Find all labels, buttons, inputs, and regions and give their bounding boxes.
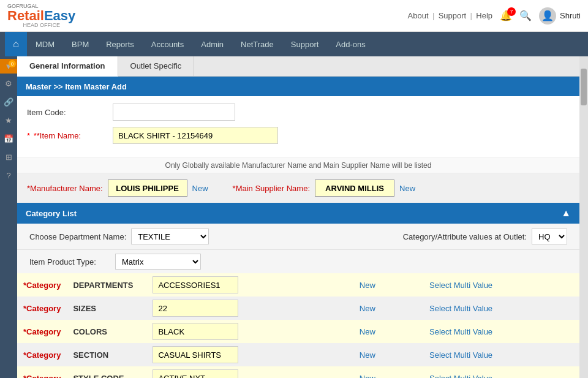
attr-select[interactable]: HQ ALL: [532, 229, 567, 244]
cat-select-multi-link[interactable]: Select Multi Value: [429, 281, 492, 290]
breadcrumb: Master >> Item Master Add: [26, 82, 127, 91]
link-icon: 🔗: [4, 97, 13, 107]
cat-required-label: *Category: [23, 304, 61, 313]
calendar-icon: 📅: [4, 134, 13, 143]
support-link[interactable]: Support: [439, 11, 467, 20]
item-code-row: Item Code:: [27, 104, 570, 121]
dept-select[interactable]: TEXTILE ELECTRONICS FOOD: [131, 229, 209, 244]
cat-required-label: *Category: [23, 350, 61, 360]
main-area: ▼ 0 ⚙ 🔗 ★ 📅 ⊞ ? General Information Outl…: [0, 56, 588, 378]
cat-select-multi-link[interactable]: Select Multi Value: [429, 350, 492, 360]
about-link[interactable]: About: [408, 11, 429, 20]
notification-badge: 7: [507, 7, 516, 16]
logo-head-office: HEAD OFFICE: [7, 23, 75, 28]
table-row: *Category DEPARTMENTS New Select Multi V…: [17, 273, 579, 297]
sidebar-grid-icon[interactable]: ⊞: [0, 148, 17, 165]
manufacturer-value: LOUIS PHILIPPE: [108, 180, 187, 197]
cat-required-label: *Category: [23, 374, 61, 379]
table-row: *Category SECTION New Select Multi Value: [17, 343, 579, 366]
supplier-new-link[interactable]: New: [399, 184, 415, 193]
cat-value-input[interactable]: [153, 300, 238, 317]
cat-required-label: *Category: [23, 281, 61, 290]
table-row: *Category STYLE CODE New Select Multi Va…: [17, 366, 579, 378]
help-icon: ?: [6, 171, 10, 180]
sidebar-calendar-icon[interactable]: 📅: [0, 130, 17, 147]
cat-name-label: SECTION: [73, 350, 108, 360]
form-area: Item Code: **Item Name:: [17, 96, 579, 157]
cat-select-multi-link[interactable]: Select Multi Value: [429, 304, 492, 313]
tab-general-information[interactable]: General Information: [17, 56, 118, 77]
item-name-row: **Item Name:: [27, 127, 570, 144]
category-content: Choose Department Name: TEXTILE ELECTRON…: [17, 224, 579, 378]
cat-new-link[interactable]: New: [356, 304, 379, 313]
cat-value-input[interactable]: [153, 346, 238, 363]
category-list-title: Category List: [26, 209, 77, 218]
sidebar-settings-icon[interactable]: ⚙: [0, 75, 17, 92]
product-type-row: Item Product Type: Matrix Standard Lot: [17, 249, 579, 273]
sidebar-help-icon[interactable]: ?: [0, 167, 17, 184]
nav-admin[interactable]: Admin: [192, 32, 232, 56]
cat-value-input[interactable]: [153, 276, 238, 293]
nav-addons[interactable]: Add-ons: [327, 32, 374, 56]
cat-new-link[interactable]: New: [356, 350, 379, 360]
dept-select-row: Choose Department Name: TEXTILE ELECTRON…: [17, 224, 579, 249]
app-header: GOFRUGAL RetailEasy HEAD OFFICE About | …: [0, 0, 588, 32]
notifications-bell[interactable]: 🔔 7: [500, 10, 512, 21]
dept-label: Choose Department Name:: [29, 232, 126, 241]
supplier-value: ARVIND MILLIS: [315, 180, 394, 197]
dept-select-group: Choose Department Name: TEXTILE ELECTRON…: [29, 229, 209, 244]
manufacturer-new-link[interactable]: New: [192, 184, 208, 193]
nav-support[interactable]: Support: [282, 32, 328, 56]
cat-new-link[interactable]: New: [356, 327, 379, 336]
scroll-thumb[interactable]: [581, 69, 587, 105]
logo: GOFRUGAL RetailEasy HEAD OFFICE: [7, 4, 75, 28]
manufacturer-row: *Manufacturer Name: LOUIS PHILIPPE New *…: [17, 173, 579, 203]
sidebar-filter-icon[interactable]: ▼ 0: [0, 59, 17, 74]
user-name: Shruti: [560, 11, 581, 20]
category-table: *Category DEPARTMENTS New Select Multi V…: [17, 273, 579, 378]
help-link[interactable]: Help: [476, 11, 492, 20]
cat-value-input[interactable]: [153, 369, 238, 378]
nav-bpm[interactable]: BPM: [63, 32, 97, 56]
attr-select-group: Category/Attribute values at Outlet: HQ …: [403, 229, 567, 244]
tab-outlet-specific[interactable]: Outlet Specific: [118, 56, 195, 76]
cat-select-multi-link[interactable]: Select Multi Value: [429, 327, 492, 336]
scrollbar[interactable]: [579, 56, 588, 378]
settings-icon: ⚙: [5, 79, 12, 88]
product-type-select[interactable]: Matrix Standard Lot: [115, 254, 201, 270]
nav-nettrade[interactable]: NetTrade: [232, 32, 282, 56]
avatar: 👤: [539, 7, 556, 25]
scroll-up-arrow[interactable]: ▲: [561, 208, 571, 219]
header-right: About | Support | Help 🔔 7 🔍 👤 Shruti: [408, 7, 581, 25]
item-code-input[interactable]: [113, 104, 235, 121]
sidebar-star-icon[interactable]: ★: [0, 112, 17, 129]
tab-bar: General Information Outlet Specific: [17, 56, 579, 77]
cat-value-input[interactable]: [153, 323, 238, 340]
nav-reports[interactable]: Reports: [97, 32, 143, 56]
cat-new-link[interactable]: New: [356, 374, 379, 379]
home-nav-item[interactable]: ⌂: [5, 32, 27, 56]
nav-accounts[interactable]: Accounts: [143, 32, 192, 56]
grid-icon: ⊞: [6, 153, 12, 162]
item-code-label: Item Code:: [27, 108, 113, 117]
category-list-header: Category List ▲: [17, 203, 579, 224]
cat-name-label: DEPARTMENTS: [73, 281, 133, 290]
cat-required-label: *Category: [23, 327, 61, 336]
header-links: About | Support | Help: [408, 11, 492, 20]
manufacturer-group: *Manufacturer Name: LOUIS PHILIPPE New: [27, 180, 208, 197]
product-type-label: Item Product Type:: [29, 257, 115, 266]
info-text: Only Globally available Manufacturer Nam…: [17, 157, 579, 173]
supplier-label: *Main Supplier Name:: [233, 184, 310, 193]
search-icon[interactable]: 🔍: [519, 10, 532, 21]
nav-mdm[interactable]: MDM: [27, 32, 63, 56]
cat-new-link[interactable]: New: [356, 281, 379, 290]
attr-label: Category/Attribute values at Outlet:: [403, 232, 527, 241]
navbar: ⌂ MDM BPM Reports Accounts Admin NetTrad…: [0, 32, 588, 56]
sidebar-link-icon[interactable]: 🔗: [0, 93, 17, 110]
logo-retail: Retail: [7, 8, 44, 23]
cat-name-label: SIZES: [73, 304, 96, 313]
cat-select-multi-link[interactable]: Select Multi Value: [429, 374, 492, 379]
item-name-input[interactable]: [113, 127, 278, 144]
user-profile[interactable]: 👤 Shruti: [539, 7, 581, 25]
content-area: General Information Outlet Specific Mast…: [17, 56, 579, 378]
